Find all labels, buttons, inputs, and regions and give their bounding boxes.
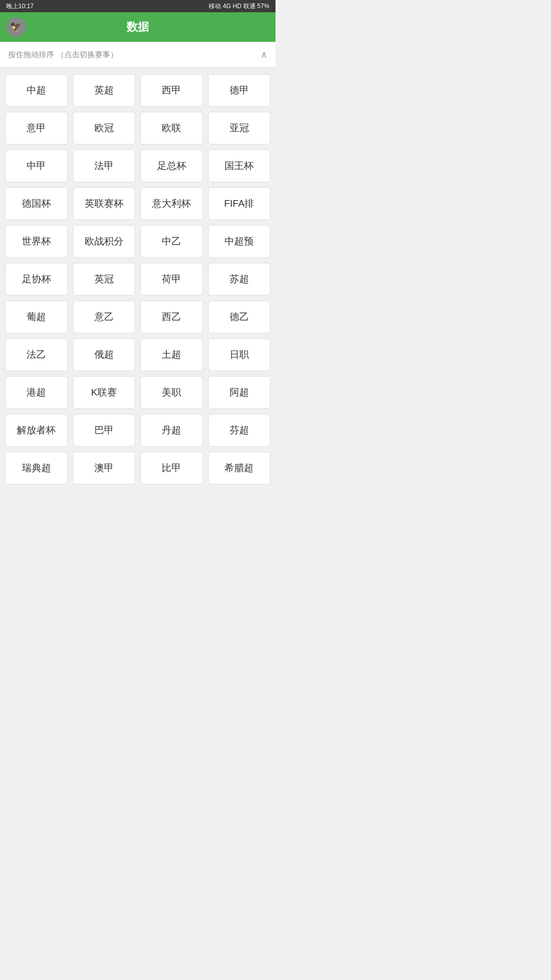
status-bar: 晚上10:17 移动 4G HD 联通 57% xyxy=(0,0,276,12)
league-item[interactable]: 亚冠 xyxy=(208,112,271,144)
sort-bar[interactable]: 按住拖动排序 （点击切换赛事） ∧ xyxy=(0,42,276,68)
league-item[interactable]: 法乙 xyxy=(5,338,68,371)
league-item[interactable]: 法甲 xyxy=(73,150,136,182)
league-item[interactable]: 俄超 xyxy=(73,338,136,371)
league-item[interactable]: 葡超 xyxy=(5,301,68,333)
status-time: 晚上10:17 xyxy=(6,2,34,11)
league-item[interactable]: K联赛 xyxy=(73,376,136,409)
league-item[interactable]: 足总杯 xyxy=(140,150,203,182)
league-item[interactable]: 意甲 xyxy=(5,112,68,144)
league-item[interactable]: 英联赛杯 xyxy=(73,187,136,220)
avatar[interactable]: 🦅 xyxy=(6,17,26,37)
league-item[interactable]: 中超 xyxy=(5,74,68,107)
league-item[interactable]: 芬超 xyxy=(208,414,271,447)
league-item[interactable]: 西甲 xyxy=(140,74,203,107)
league-item[interactable]: 解放者杯 xyxy=(5,414,68,447)
league-item[interactable]: 港超 xyxy=(5,376,68,409)
league-item[interactable]: 澳甲 xyxy=(73,452,136,484)
league-item[interactable]: 世界杯 xyxy=(5,225,68,258)
league-item[interactable]: 欧联 xyxy=(140,112,203,144)
league-item[interactable]: 欧战积分 xyxy=(73,225,136,258)
league-item[interactable]: 德乙 xyxy=(208,301,271,333)
league-item[interactable]: 瑞典超 xyxy=(5,452,68,484)
league-item[interactable]: 巴甲 xyxy=(73,414,136,447)
league-item[interactable]: 丹超 xyxy=(140,414,203,447)
league-grid: 中超英超西甲德甲意甲欧冠欧联亚冠中甲法甲足总杯国王杯德国杯英联赛杯意大利杯FIF… xyxy=(0,68,276,491)
league-item[interactable]: 荷甲 xyxy=(140,263,203,296)
league-item[interactable]: 意乙 xyxy=(73,301,136,333)
league-item[interactable]: 德甲 xyxy=(208,74,271,107)
sort-bar-sub: （点击切换赛事） xyxy=(57,50,118,59)
league-item[interactable]: 日职 xyxy=(208,338,271,371)
league-item[interactable]: 欧冠 xyxy=(73,112,136,144)
league-item[interactable]: 足协杯 xyxy=(5,263,68,296)
league-item[interactable]: 阿超 xyxy=(208,376,271,409)
league-item[interactable]: 比甲 xyxy=(140,452,203,484)
league-item[interactable]: 土超 xyxy=(140,338,203,371)
league-item[interactable]: 英超 xyxy=(73,74,136,107)
league-item[interactable]: 德国杯 xyxy=(5,187,68,220)
sort-bar-label: 按住拖动排序 （点击切换赛事） xyxy=(8,50,118,60)
app-header: 🦅 数据 xyxy=(0,12,276,42)
league-item[interactable]: 西乙 xyxy=(140,301,203,333)
league-item[interactable]: 苏超 xyxy=(208,263,271,296)
status-icons: 移动 4G HD 联通 57% xyxy=(209,2,269,11)
page-title: 数据 xyxy=(127,19,149,35)
sort-bar-main: 按住拖动排序 xyxy=(8,50,54,59)
league-item[interactable]: 美职 xyxy=(140,376,203,409)
league-item[interactable]: 中甲 xyxy=(5,150,68,182)
league-item[interactable]: FIFA排 xyxy=(208,187,271,220)
league-item[interactable]: 中超预 xyxy=(208,225,271,258)
league-item[interactable]: 英冠 xyxy=(73,263,136,296)
league-item[interactable]: 希腊超 xyxy=(208,452,271,484)
league-item[interactable]: 国王杯 xyxy=(208,150,271,182)
league-item[interactable]: 意大利杯 xyxy=(140,187,203,220)
collapse-chevron-icon[interactable]: ∧ xyxy=(261,49,267,60)
league-item[interactable]: 中乙 xyxy=(140,225,203,258)
